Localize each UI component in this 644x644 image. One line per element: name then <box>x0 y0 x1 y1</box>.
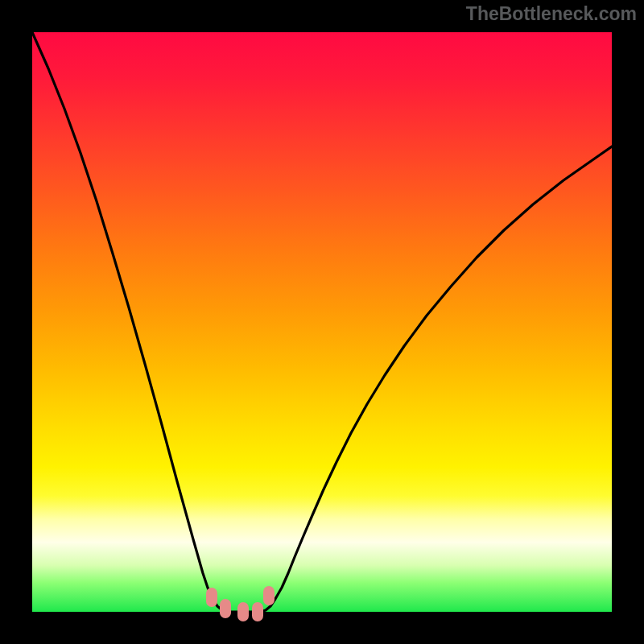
chart-frame: TheBottleneck.com <box>0 0 644 644</box>
watermark: TheBottleneck.com <box>466 3 637 25</box>
plot-area <box>32 32 612 612</box>
